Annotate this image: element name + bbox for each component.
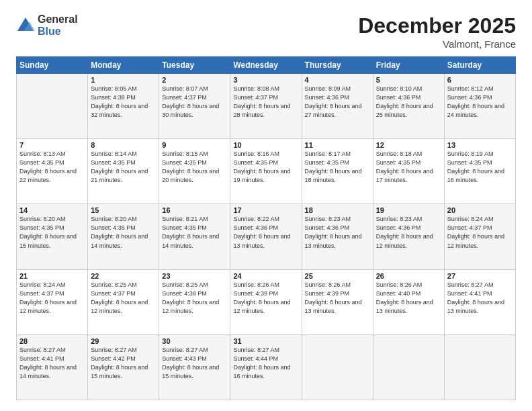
day-cell: 1Sunrise: 8:05 AMSunset: 4:38 PMDaylight… — [88, 74, 159, 139]
day-cell: 7Sunrise: 8:13 AMSunset: 4:35 PMDaylight… — [17, 139, 88, 204]
day-info: Sunrise: 8:10 AMSunset: 4:36 PMDaylight:… — [376, 85, 433, 118]
day-cell: 30Sunrise: 8:27 AMSunset: 4:43 PMDayligh… — [159, 334, 230, 400]
day-cell: 21Sunrise: 8:24 AMSunset: 4:37 PMDayligh… — [17, 269, 88, 334]
day-number: 3 — [233, 76, 298, 84]
day-cell: 8Sunrise: 8:14 AMSunset: 4:35 PMDaylight… — [88, 139, 159, 204]
day-info: Sunrise: 8:07 AMSunset: 4:37 PMDaylight:… — [162, 85, 219, 118]
calendar-table: Sunday Monday Tuesday Wednesday Thursday… — [16, 56, 516, 400]
day-number: 12 — [376, 141, 441, 149]
day-cell: 6Sunrise: 8:12 AMSunset: 4:36 PMDaylight… — [444, 74, 515, 139]
day-number: 25 — [305, 272, 370, 280]
day-number: 7 — [19, 141, 85, 149]
day-info: Sunrise: 8:24 AMSunset: 4:37 PMDaylight:… — [447, 216, 504, 248]
day-cell: 17Sunrise: 8:22 AMSunset: 4:36 PMDayligh… — [230, 204, 302, 269]
day-number: 10 — [233, 141, 298, 149]
day-cell — [17, 74, 88, 139]
logo-blue: Blue — [38, 26, 78, 38]
day-number: 9 — [162, 141, 227, 149]
week-row-1: 7Sunrise: 8:13 AMSunset: 4:35 PMDaylight… — [17, 139, 516, 204]
day-cell: 9Sunrise: 8:15 AMSunset: 4:35 PMDaylight… — [159, 139, 230, 204]
col-friday: Friday — [373, 57, 444, 74]
day-info: Sunrise: 8:26 AMSunset: 4:39 PMDaylight:… — [233, 281, 290, 314]
col-thursday: Thursday — [302, 57, 373, 74]
day-number: 27 — [447, 272, 513, 280]
day-cell: 20Sunrise: 8:24 AMSunset: 4:37 PMDayligh… — [444, 204, 515, 269]
day-number: 6 — [447, 76, 513, 84]
logo-general: General — [38, 13, 78, 26]
day-number: 31 — [233, 337, 298, 345]
day-cell: 13Sunrise: 8:19 AMSunset: 4:35 PMDayligh… — [444, 139, 515, 204]
day-info: Sunrise: 8:15 AMSunset: 4:35 PMDaylight:… — [162, 150, 219, 183]
day-cell: 28Sunrise: 8:27 AMSunset: 4:41 PMDayligh… — [17, 334, 88, 400]
day-info: Sunrise: 8:22 AMSunset: 4:36 PMDaylight:… — [233, 216, 290, 248]
day-cell: 15Sunrise: 8:20 AMSunset: 4:35 PMDayligh… — [88, 204, 159, 269]
day-info: Sunrise: 8:18 AMSunset: 4:35 PMDaylight:… — [376, 150, 433, 183]
day-cell: 25Sunrise: 8:26 AMSunset: 4:39 PMDayligh… — [302, 269, 373, 334]
day-info: Sunrise: 8:17 AMSunset: 4:35 PMDaylight:… — [305, 150, 362, 183]
title-block: December 2025 Valmont, France — [358, 13, 516, 50]
col-saturday: Saturday — [444, 57, 515, 74]
day-info: Sunrise: 8:26 AMSunset: 4:39 PMDaylight:… — [305, 281, 362, 314]
header-row: Sunday Monday Tuesday Wednesday Thursday… — [17, 57, 516, 74]
day-info: Sunrise: 8:13 AMSunset: 4:35 PMDaylight:… — [19, 150, 77, 183]
day-info: Sunrise: 8:21 AMSunset: 4:35 PMDaylight:… — [162, 216, 219, 248]
day-info: Sunrise: 8:19 AMSunset: 4:35 PMDaylight:… — [447, 150, 504, 183]
day-cell: 2Sunrise: 8:07 AMSunset: 4:37 PMDaylight… — [159, 74, 230, 139]
day-cell: 29Sunrise: 8:27 AMSunset: 4:42 PMDayligh… — [88, 334, 159, 400]
day-info: Sunrise: 8:05 AMSunset: 4:38 PMDaylight:… — [91, 85, 148, 118]
day-cell: 11Sunrise: 8:17 AMSunset: 4:35 PMDayligh… — [302, 139, 373, 204]
col-wednesday: Wednesday — [230, 57, 302, 74]
day-cell — [373, 334, 444, 400]
day-number: 30 — [162, 337, 227, 345]
day-info: Sunrise: 8:27 AMSunset: 4:44 PMDaylight:… — [233, 347, 290, 379]
day-number: 21 — [19, 272, 85, 280]
day-cell: 5Sunrise: 8:10 AMSunset: 4:36 PMDaylight… — [373, 74, 444, 139]
day-cell: 22Sunrise: 8:25 AMSunset: 4:37 PMDayligh… — [88, 269, 159, 334]
day-info: Sunrise: 8:14 AMSunset: 4:35 PMDaylight:… — [91, 150, 148, 183]
day-number: 2 — [162, 76, 227, 84]
day-info: Sunrise: 8:25 AMSunset: 4:37 PMDaylight:… — [91, 281, 148, 314]
location: Valmont, France — [358, 38, 516, 50]
day-info: Sunrise: 8:16 AMSunset: 4:35 PMDaylight:… — [233, 150, 290, 183]
day-number: 5 — [376, 76, 441, 84]
col-sunday: Sunday — [17, 57, 88, 74]
day-cell: 4Sunrise: 8:09 AMSunset: 4:36 PMDaylight… — [302, 74, 373, 139]
day-number: 11 — [305, 141, 370, 149]
logo: General Blue — [16, 13, 78, 37]
day-cell: 23Sunrise: 8:25 AMSunset: 4:38 PMDayligh… — [159, 269, 230, 334]
day-number: 18 — [305, 206, 370, 214]
day-info: Sunrise: 8:20 AMSunset: 4:35 PMDaylight:… — [91, 216, 148, 248]
day-info: Sunrise: 8:08 AMSunset: 4:37 PMDaylight:… — [233, 85, 290, 118]
day-cell: 19Sunrise: 8:23 AMSunset: 4:36 PMDayligh… — [373, 204, 444, 269]
col-monday: Monday — [88, 57, 159, 74]
day-number: 22 — [91, 272, 156, 280]
day-info: Sunrise: 8:27 AMSunset: 4:41 PMDaylight:… — [447, 281, 504, 314]
day-cell: 14Sunrise: 8:20 AMSunset: 4:35 PMDayligh… — [17, 204, 88, 269]
week-row-3: 21Sunrise: 8:24 AMSunset: 4:37 PMDayligh… — [17, 269, 516, 334]
day-number: 23 — [162, 272, 227, 280]
week-row-0: 1Sunrise: 8:05 AMSunset: 4:38 PMDaylight… — [17, 74, 516, 139]
week-row-4: 28Sunrise: 8:27 AMSunset: 4:41 PMDayligh… — [17, 334, 516, 400]
day-cell: 31Sunrise: 8:27 AMSunset: 4:44 PMDayligh… — [230, 334, 302, 400]
day-number: 19 — [376, 206, 441, 214]
col-tuesday: Tuesday — [159, 57, 230, 74]
day-info: Sunrise: 8:24 AMSunset: 4:37 PMDaylight:… — [19, 281, 77, 314]
day-number: 8 — [91, 141, 156, 149]
week-row-2: 14Sunrise: 8:20 AMSunset: 4:35 PMDayligh… — [17, 204, 516, 269]
day-number: 26 — [376, 272, 441, 280]
day-cell: 16Sunrise: 8:21 AMSunset: 4:35 PMDayligh… — [159, 204, 230, 269]
day-number: 17 — [233, 206, 298, 214]
day-number: 1 — [91, 76, 156, 84]
day-cell: 18Sunrise: 8:23 AMSunset: 4:36 PMDayligh… — [302, 204, 373, 269]
day-cell: 3Sunrise: 8:08 AMSunset: 4:37 PMDaylight… — [230, 74, 302, 139]
day-info: Sunrise: 8:23 AMSunset: 4:36 PMDaylight:… — [376, 216, 433, 248]
day-info: Sunrise: 8:12 AMSunset: 4:36 PMDaylight:… — [447, 85, 504, 118]
header: General Blue December 2025 Valmont, Fran… — [16, 13, 516, 50]
day-info: Sunrise: 8:09 AMSunset: 4:36 PMDaylight:… — [305, 85, 362, 118]
day-number: 20 — [447, 206, 513, 214]
day-info: Sunrise: 8:27 AMSunset: 4:43 PMDaylight:… — [162, 347, 219, 379]
logo-icon — [16, 16, 35, 35]
page: General Blue December 2025 Valmont, Fran… — [0, 0, 532, 411]
day-number: 15 — [91, 206, 156, 214]
day-cell — [444, 334, 515, 400]
